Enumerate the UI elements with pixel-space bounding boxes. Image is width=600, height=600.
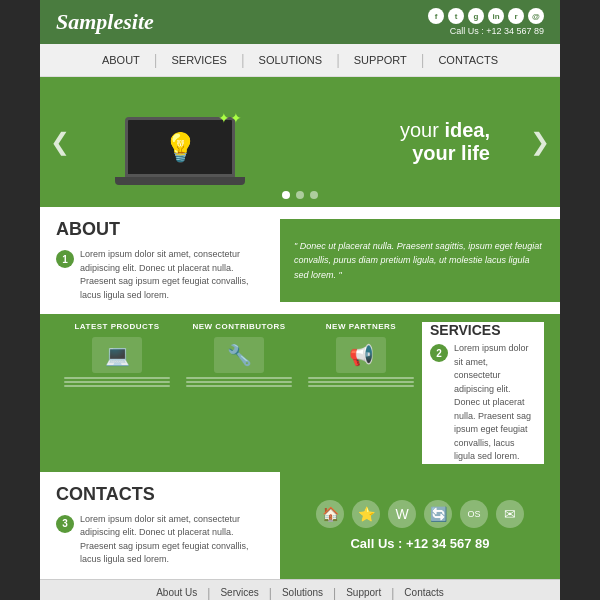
- nav-services[interactable]: SERVICES: [157, 54, 240, 66]
- product-line: [64, 377, 170, 379]
- social-icon-linkedin[interactable]: in: [488, 8, 504, 24]
- product-partners: NEW PARTNERS 📢: [300, 322, 422, 464]
- website-wrapper: Samplesite f t g in r @ Call Us : +12 34…: [40, 0, 560, 600]
- main-nav: ABOUT | SERVICES | SOLUTIONS | SUPPORT |…: [40, 44, 560, 77]
- services-right-panel: SERVICES 2 Lorem ipsum dolor sit amet, c…: [422, 322, 544, 464]
- contact-icon-refresh[interactable]: 🔄: [424, 500, 452, 528]
- hero-content: 💡 ✦✦ your idea, your life: [80, 87, 520, 197]
- contacts-right-panel: 🏠 ⭐ W 🔄 OS ✉ Call Us : +12 34 567 89: [280, 472, 560, 579]
- hero-dots: [282, 191, 318, 199]
- product-line: [64, 381, 170, 383]
- about-quote-text: " Donec ut placerat nulla. Praesent sagi…: [294, 239, 546, 282]
- about-title: ABOUT: [56, 219, 264, 240]
- hero-dot-2[interactable]: [296, 191, 304, 199]
- nav-solutions[interactable]: SOLUTIONS: [245, 54, 337, 66]
- product-line: [64, 385, 170, 387]
- products-bar: LATEST PRODUCTS 💻 NEW CONTRIBUTORS 🔧 NEW…: [40, 314, 560, 472]
- product-line: [308, 385, 414, 387]
- social-icon-facebook[interactable]: f: [428, 8, 444, 24]
- contact-icon-star[interactable]: ⭐: [352, 500, 380, 528]
- laptop-graphic: 💡 ✦✦: [110, 117, 250, 197]
- header-call-us: Call Us : +12 34 567 89: [428, 26, 544, 36]
- footer-nav-about[interactable]: About Us: [146, 587, 207, 598]
- header: Samplesite f t g in r @ Call Us : +12 34…: [40, 0, 560, 44]
- hero-dot-1[interactable]: [282, 191, 290, 199]
- hero-prev-arrow[interactable]: ❮: [40, 128, 80, 156]
- social-icon-twitter[interactable]: t: [448, 8, 464, 24]
- product-contributors: NEW CONTRIBUTORS 🔧: [178, 322, 300, 464]
- contact-icon-os[interactable]: OS: [460, 500, 488, 528]
- product-line: [186, 385, 292, 387]
- product-line: [186, 381, 292, 383]
- footer-nav-services[interactable]: Services: [210, 587, 268, 598]
- nav-contacts[interactable]: CONTACTS: [424, 54, 512, 66]
- social-icon-google[interactable]: g: [468, 8, 484, 24]
- contact-icon-email[interactable]: ✉: [496, 500, 524, 528]
- product-latest-label: LATEST PRODUCTS: [64, 322, 170, 331]
- product-contributors-lines: [186, 377, 292, 387]
- hero-text: your idea, your life: [400, 119, 510, 165]
- social-icons: f t g in r @: [428, 8, 544, 24]
- contacts-number-badge: 3: [56, 515, 74, 533]
- nav-support[interactable]: SUPPORT: [340, 54, 421, 66]
- product-latest: LATEST PRODUCTS 💻: [56, 322, 178, 464]
- product-line: [186, 377, 292, 379]
- contacts-numbered-item: 3 Lorem ipsum dolor sit amet, consectetu…: [56, 513, 264, 567]
- hero-line1: your idea,: [400, 119, 490, 142]
- footer-nav-contacts[interactable]: Contacts: [394, 587, 453, 598]
- product-contributors-icon: 🔧: [214, 337, 264, 373]
- product-line: [308, 377, 414, 379]
- product-partners-lines: [308, 377, 414, 387]
- services-title: SERVICES: [430, 322, 536, 338]
- product-latest-lines: [64, 377, 170, 387]
- about-number-badge: 1: [56, 250, 74, 268]
- product-partners-label: NEW PARTNERS: [308, 322, 414, 331]
- contact-icon-home[interactable]: 🏠: [316, 500, 344, 528]
- bulb-icon: 💡: [163, 131, 198, 164]
- hero-next-arrow[interactable]: ❯: [520, 128, 560, 156]
- hero-line2: your life: [400, 142, 490, 165]
- about-quote-panel: " Donec ut placerat nulla. Praesent sagi…: [280, 219, 560, 302]
- hero-slider: ❮ 💡 ✦✦ your idea, your life ❯: [40, 77, 560, 207]
- contacts-title: CONTACTS: [56, 484, 264, 505]
- nav-about[interactable]: ABOUT: [88, 54, 154, 66]
- about-section: ABOUT 1 Lorem ipsum dolor sit amet, cons…: [40, 207, 560, 314]
- services-number-badge: 2: [430, 344, 448, 362]
- about-body-text: Lorem ipsum dolor sit amet, consectetur …: [80, 248, 264, 302]
- product-latest-icon: 💻: [92, 337, 142, 373]
- contacts-body-text: Lorem ipsum dolor sit amet, consectetur …: [80, 513, 264, 567]
- product-line: [308, 381, 414, 383]
- laptop-base: [115, 177, 245, 185]
- hero-dot-3[interactable]: [310, 191, 318, 199]
- contacts-section: CONTACTS 3 Lorem ipsum dolor sit amet, c…: [40, 472, 560, 579]
- contacts-phone: Call Us : +12 34 567 89: [350, 536, 489, 551]
- footer-nav-support[interactable]: Support: [336, 587, 391, 598]
- contact-icon-w[interactable]: W: [388, 500, 416, 528]
- services-numbered-item: 2 Lorem ipsum dolor sit amet, consectetu…: [430, 342, 536, 464]
- social-icon-rss[interactable]: r: [508, 8, 524, 24]
- contact-icons-row: 🏠 ⭐ W 🔄 OS ✉: [316, 500, 524, 528]
- footer-nav-solutions[interactable]: Solutions: [272, 587, 333, 598]
- about-numbered-item: 1 Lorem ipsum dolor sit amet, consectetu…: [56, 248, 264, 302]
- services-body-text: Lorem ipsum dolor sit amet, consectetur …: [454, 342, 536, 464]
- product-partners-icon: 📢: [336, 337, 386, 373]
- sparkles-icon: ✦✦: [218, 110, 242, 126]
- social-icon-mail[interactable]: @: [528, 8, 544, 24]
- laptop-screen: 💡 ✦✦: [125, 117, 235, 177]
- logo: Samplesite: [56, 9, 154, 35]
- header-right: f t g in r @ Call Us : +12 34 567 89: [428, 8, 544, 36]
- about-left: ABOUT 1 Lorem ipsum dolor sit amet, cons…: [40, 219, 280, 302]
- hero-image: 💡 ✦✦: [90, 87, 270, 197]
- footer-nav: About Us | Services | Solutions | Suppor…: [40, 579, 560, 601]
- product-contributors-label: NEW CONTRIBUTORS: [186, 322, 292, 331]
- contacts-left: CONTACTS 3 Lorem ipsum dolor sit amet, c…: [40, 472, 280, 579]
